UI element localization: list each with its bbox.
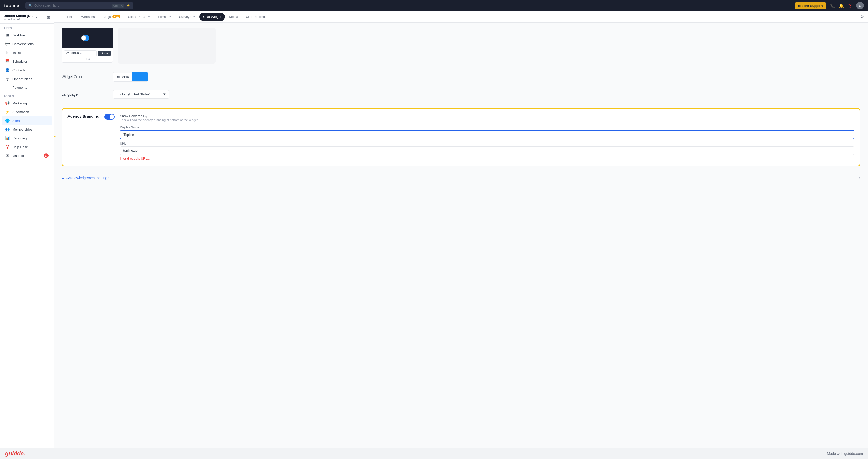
payments-icon: 🗃 [5,85,10,90]
sidebar-item-scheduler[interactable]: 📅 Scheduler [2,57,52,66]
sidebar-label-helpdesk: Help Desk [12,145,28,149]
widget-color-swatch[interactable]: #188bf6 [113,72,148,82]
display-name-input[interactable] [120,130,434,139]
sidebar-label-dashboard: Dashboard [12,33,29,37]
widget-color-hex-value: #188bf6 [113,73,132,81]
blogs-new-badge: New [113,15,120,19]
top-navigation: topline 🔍 Quick search here Ctrl + K ⚡ t… [0,0,434,11]
sidebar-item-mailfold[interactable]: ✉ Mailfold 27 [2,151,52,160]
sites-icon: 🌐 [5,118,10,123]
scheduler-icon: 📅 [5,59,10,64]
reporting-icon: 📊 [5,136,10,141]
sidebar: Dunder Mifflin [D... Scranton, PA ▼ ⊟ Ap… [0,11,54,230]
workspace-name: Dunder Mifflin [D... [4,14,33,18]
sidebar-item-tasks[interactable]: ☑ Tasks [2,48,52,57]
tab-blogs-label: Blogs [102,15,111,19]
tab-media[interactable]: Media [225,13,242,21]
helpdesk-icon: ❓ [5,145,10,149]
url-input[interactable] [120,146,434,155]
agency-branding-header: Agency Branding Show Powered By This wil… [67,114,434,160]
sidebar-item-marketing[interactable]: 📢 Marketing [2,99,52,108]
invalid-url-message: Invalid website URL... [120,157,434,160]
sidebar-label-payments: Payments [12,86,27,89]
show-powered-by-section: Show Powered By This will add the agency… [120,114,434,160]
sidebar-label-mailfold: Mailfold [12,154,24,158]
tab-funnels[interactable]: Funnels [58,13,77,21]
language-selector[interactable]: English (United States) ▼ [113,90,169,99]
tab-client-portal[interactable]: Client Portal ▼ [124,13,154,21]
sidebar-label-sites: Sites [12,119,20,123]
sidebar-label-automation: Automation [12,110,29,114]
hex-label: HEX [64,58,111,60]
workspace-location: Scranton, PA [4,18,33,21]
tab-blogs[interactable]: Blogs New [99,13,124,21]
tab-chat-widget[interactable]: Chat Widget [199,13,225,21]
preview-panel-right [118,28,434,64]
tab-url-redirects[interactable]: URL Redirects [242,13,271,21]
annotation-arrow [54,127,59,148]
sidebar-item-dashboard[interactable]: ⊞ Dashboard [2,31,52,39]
chat-widget-preview [118,28,216,64]
memberships-icon: 👥 [5,127,10,132]
sidebar-item-reporting[interactable]: 📊 Reporting [2,134,52,143]
sidebar-label-reporting: Reporting [12,136,27,140]
toggle-slider [104,114,115,120]
tab-surveys[interactable]: Surveys ▼ [176,13,199,21]
tasks-icon: ☑ [5,50,10,55]
tab-media-label: Media [229,15,238,19]
sidebar-label-opportunities: Opportunities [12,77,32,81]
language-chevron-icon: ▼ [163,92,166,96]
sidebar-label-marketing: Marketing [12,101,27,105]
sidebar-item-automation[interactable]: ⚡ Automation [2,108,52,116]
dashboard-icon: ⊞ [5,33,10,37]
agency-branding-box: Agency Branding Show Powered By This wil… [62,108,434,166]
sidebar-item-memberships[interactable]: 👥 Memberships [2,125,52,134]
color-picker-section: #188BF6 ⇅ Done HEX [62,28,434,64]
sidebar-item-opportunities[interactable]: ◎ Opportunities [2,74,52,83]
client-portal-chevron-icon: ▼ [148,16,150,18]
search-bar[interactable]: 🔍 Quick search here Ctrl + K ⚡ [25,2,133,9]
sidebar-label-contacts: Contacts [12,68,25,72]
conversations-icon: 💬 [5,41,10,46]
tab-forms-label: Forms [158,15,167,19]
url-label: URL [120,142,434,145]
tools-section-label: Tools [0,92,54,99]
show-powered-by-sub: This will add the agency branding at bot… [120,118,434,122]
tab-websites[interactable]: Websites [78,13,98,21]
agency-branding-section: Agency Branding Show Powered By This wil… [62,108,434,166]
agency-branding-title: Agency Branding [67,114,99,118]
color-picker-popup: #188BF6 ⇅ Done HEX [62,28,113,64]
tab-funnels-label: Funnels [62,15,73,19]
search-shortcut: Ctrl + K [112,4,124,8]
sidebar-collapse-icon[interactable]: ⊟ [47,16,50,20]
workspace-chevron-icon: ▼ [35,16,38,19]
tab-url-redirects-label: URL Redirects [246,15,268,19]
sidebar-item-contacts[interactable]: 👤 Contacts [2,66,52,74]
language-row: Language English (United States) ▼ [62,86,434,103]
main-content: Funnels Websites Blogs New Client Portal… [54,11,434,230]
agency-branding-toggle[interactable] [104,114,115,120]
branding-title-left: Agency Branding [67,114,99,119]
workspace-selector[interactable]: Dunder Mifflin [D... Scranton, PA ▼ ⊟ [0,11,54,24]
hex-arrows-icon[interactable]: ⇅ [80,52,82,55]
sidebar-item-payments[interactable]: 🗃 Payments [2,83,52,92]
sidebar-label-conversations: Conversations [12,42,34,46]
hex-input-value: #188BF6 [66,52,79,55]
app-logo: topline [4,3,19,8]
display-name-label: Display Name [120,125,434,129]
tab-websites-label: Websites [81,15,95,19]
tab-forms[interactable]: Forms ▼ [154,13,175,21]
mailfold-badge: 27 [44,153,49,158]
sidebar-item-conversations[interactable]: 💬 Conversations [2,39,52,48]
sidebar-item-helpdesk[interactable]: ❓ Help Desk [2,143,52,151]
show-powered-by-label: Show Powered By [120,114,434,118]
lightning-icon: ⚡ [126,4,130,7]
sidebar-item-sites[interactable]: 🌐 Sites [2,116,52,125]
search-placeholder: Quick search here [34,4,59,7]
language-value: English (United States) [116,92,150,96]
mailfold-icon: ✉ [5,153,10,158]
opportunities-icon: ◎ [5,76,10,81]
done-button[interactable]: Done [98,51,111,56]
acknowledgement-settings-row[interactable]: ≡ Acknowledgement settings › [62,172,434,184]
acknowledgement-list-icon: ≡ [62,176,64,180]
